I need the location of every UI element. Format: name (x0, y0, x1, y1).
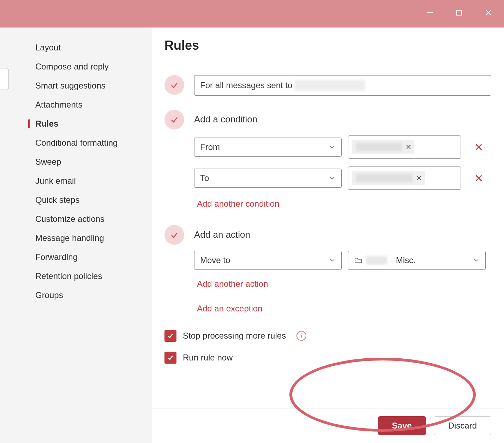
sidebar-item-compose-and-reply[interactable]: Compose and reply (28, 57, 152, 76)
sidebar-item-attachments[interactable]: Attachments (28, 95, 152, 114)
redacted-chip-text (356, 143, 402, 151)
footer-buttons: Save Discard (152, 408, 504, 443)
dropdown-label: To (200, 173, 209, 183)
condition-value-input-to[interactable]: ✕ (348, 166, 461, 190)
run-rule-now-label: Run rule now (183, 353, 233, 363)
sidebar-item-forwarding[interactable]: Forwarding (28, 248, 152, 267)
titlebar (0, 0, 504, 28)
condition-value-input-from[interactable]: ✕ (348, 135, 461, 159)
step-check-icon (164, 75, 184, 95)
main-header: Rules (152, 28, 504, 61)
redacted-text (294, 80, 365, 91)
rule-name-input[interactable]: For all messages sent to (194, 75, 491, 96)
dropdown-label: From (200, 142, 220, 152)
main-panel: Rules For all messages sent to Add a (152, 28, 504, 443)
add-exception-link[interactable]: Add an exception (197, 304, 491, 314)
folder-icon (354, 256, 362, 265)
chip-remove-icon[interactable]: ✕ (416, 174, 422, 182)
action-title: Add an action (194, 229, 491, 240)
remove-condition-button[interactable]: ✕ (474, 141, 483, 153)
condition-section: Add a condition From ✕ ✕ (164, 110, 491, 211)
sidebar-item-groups[interactable]: Groups (28, 286, 152, 305)
settings-sidebar: Layout Compose and reply Smart suggestio… (0, 28, 152, 443)
redacted-chip-text (356, 174, 413, 182)
rule-name-prefix-text: For all messages sent to (200, 80, 292, 90)
recipient-chip: ✕ (352, 171, 425, 185)
condition-row-from: From ✕ ✕ (194, 135, 491, 159)
run-rule-now-checkbox-row: Run rule now (164, 352, 491, 364)
sidebar-item-smart-suggestions[interactable]: Smart suggestions (28, 76, 152, 95)
truncated-panel-edge (0, 68, 9, 90)
run-rule-now-checkbox[interactable] (164, 352, 176, 364)
svg-rect-1 (457, 10, 462, 15)
rule-name-row: For all messages sent to (164, 75, 491, 96)
condition-title: Add a condition (194, 114, 491, 125)
folder-name-suffix: - Misc. (391, 255, 416, 265)
sidebar-item-message-handling[interactable]: Message handling (28, 229, 152, 248)
chevron-down-icon (329, 175, 336, 182)
save-button[interactable]: Save (378, 416, 426, 435)
close-window-button[interactable] (484, 8, 493, 18)
sidebar-item-retention-policies[interactable]: Retention policies (28, 267, 152, 286)
content-area: Layout Compose and reply Smart suggestio… (0, 28, 504, 443)
add-action-link[interactable]: Add another action (197, 279, 491, 289)
sidebar-item-quick-steps[interactable]: Quick steps (28, 190, 152, 210)
action-row: Move to - Misc. (194, 251, 491, 270)
discard-button[interactable]: Discard (434, 416, 491, 435)
sidebar-item-rules[interactable]: Rules (28, 114, 152, 133)
add-condition-link[interactable]: Add another condition (197, 199, 491, 209)
info-icon[interactable]: i (296, 331, 306, 341)
sidebar-item-sweep[interactable]: Sweep (28, 152, 152, 171)
maximize-button[interactable] (454, 8, 464, 18)
sidebar-item-customize-actions[interactable]: Customize actions (28, 210, 152, 229)
action-section: Add an action Move to - Misc. (164, 225, 491, 316)
action-folder-dropdown[interactable]: - Misc. (348, 251, 486, 270)
rule-editor-body: For all messages sent to Add a condition… (152, 61, 504, 408)
condition-row-to: To ✕ ✕ (194, 166, 491, 190)
condition-field-dropdown-from[interactable]: From (194, 138, 342, 157)
condition-field-dropdown-to[interactable]: To (194, 169, 342, 188)
recipient-chip: ✕ (352, 140, 414, 154)
redacted-text (366, 256, 387, 265)
sidebar-item-layout[interactable]: Layout (28, 38, 152, 57)
dropdown-label: Move to (200, 255, 230, 265)
remove-condition-button[interactable]: ✕ (474, 172, 483, 184)
minimize-button[interactable] (425, 8, 435, 18)
stop-processing-checkbox[interactable] (164, 330, 176, 342)
chevron-down-icon (329, 257, 336, 264)
step-check-icon (164, 225, 184, 245)
sidebar-item-junk-email[interactable]: Junk email (28, 171, 152, 190)
stop-processing-label: Stop processing more rules (183, 331, 286, 341)
stop-processing-checkbox-row: Stop processing more rules i (164, 330, 491, 342)
sidebar-item-conditional-formatting[interactable]: Conditional formatting (28, 133, 152, 152)
chevron-down-icon (329, 144, 336, 151)
step-check-icon (164, 110, 184, 129)
chevron-down-icon (473, 257, 480, 264)
action-type-dropdown[interactable]: Move to (194, 251, 342, 270)
rule-options: Stop processing more rules i Run rule no… (164, 330, 491, 364)
chip-remove-icon[interactable]: ✕ (406, 143, 412, 151)
page-title: Rules (164, 38, 491, 53)
